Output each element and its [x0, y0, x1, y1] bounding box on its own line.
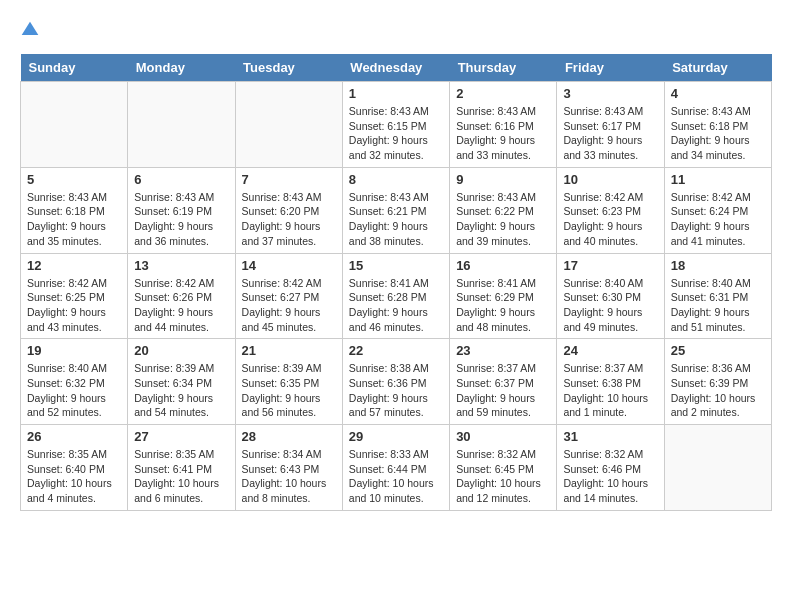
calendar-cell: 8Sunrise: 8:43 AM Sunset: 6:21 PM Daylig…: [342, 167, 449, 253]
calendar-cell: 6Sunrise: 8:43 AM Sunset: 6:19 PM Daylig…: [128, 167, 235, 253]
calendar-cell: 5Sunrise: 8:43 AM Sunset: 6:18 PM Daylig…: [21, 167, 128, 253]
calendar-cell: 21Sunrise: 8:39 AM Sunset: 6:35 PM Dayli…: [235, 339, 342, 425]
calendar: SundayMondayTuesdayWednesdayThursdayFrid…: [20, 54, 772, 511]
calendar-cell: 12Sunrise: 8:42 AM Sunset: 6:25 PM Dayli…: [21, 253, 128, 339]
week-row: 5Sunrise: 8:43 AM Sunset: 6:18 PM Daylig…: [21, 167, 772, 253]
day-info: Sunrise: 8:37 AM Sunset: 6:38 PM Dayligh…: [563, 361, 657, 420]
weekday-header: Friday: [557, 54, 664, 82]
day-number: 20: [134, 343, 228, 358]
weekday-header: Wednesday: [342, 54, 449, 82]
calendar-cell: 1Sunrise: 8:43 AM Sunset: 6:15 PM Daylig…: [342, 82, 449, 168]
day-number: 14: [242, 258, 336, 273]
day-info: Sunrise: 8:40 AM Sunset: 6:32 PM Dayligh…: [27, 361, 121, 420]
day-number: 3: [563, 86, 657, 101]
calendar-cell: 19Sunrise: 8:40 AM Sunset: 6:32 PM Dayli…: [21, 339, 128, 425]
logo: [20, 20, 44, 44]
day-info: Sunrise: 8:42 AM Sunset: 6:26 PM Dayligh…: [134, 276, 228, 335]
day-number: 15: [349, 258, 443, 273]
calendar-cell: 13Sunrise: 8:42 AM Sunset: 6:26 PM Dayli…: [128, 253, 235, 339]
day-info: Sunrise: 8:43 AM Sunset: 6:16 PM Dayligh…: [456, 104, 550, 163]
day-info: Sunrise: 8:41 AM Sunset: 6:29 PM Dayligh…: [456, 276, 550, 335]
calendar-cell: 24Sunrise: 8:37 AM Sunset: 6:38 PM Dayli…: [557, 339, 664, 425]
day-info: Sunrise: 8:39 AM Sunset: 6:34 PM Dayligh…: [134, 361, 228, 420]
day-number: 2: [456, 86, 550, 101]
day-number: 1: [349, 86, 443, 101]
day-info: Sunrise: 8:37 AM Sunset: 6:37 PM Dayligh…: [456, 361, 550, 420]
day-number: 10: [563, 172, 657, 187]
day-number: 28: [242, 429, 336, 444]
calendar-cell: 20Sunrise: 8:39 AM Sunset: 6:34 PM Dayli…: [128, 339, 235, 425]
day-info: Sunrise: 8:35 AM Sunset: 6:40 PM Dayligh…: [27, 447, 121, 506]
calendar-cell: 7Sunrise: 8:43 AM Sunset: 6:20 PM Daylig…: [235, 167, 342, 253]
calendar-cell: 15Sunrise: 8:41 AM Sunset: 6:28 PM Dayli…: [342, 253, 449, 339]
day-number: 7: [242, 172, 336, 187]
day-number: 29: [349, 429, 443, 444]
day-number: 21: [242, 343, 336, 358]
day-info: Sunrise: 8:35 AM Sunset: 6:41 PM Dayligh…: [134, 447, 228, 506]
day-info: Sunrise: 8:32 AM Sunset: 6:45 PM Dayligh…: [456, 447, 550, 506]
day-number: 22: [349, 343, 443, 358]
calendar-header: SundayMondayTuesdayWednesdayThursdayFrid…: [21, 54, 772, 82]
day-number: 9: [456, 172, 550, 187]
day-number: 31: [563, 429, 657, 444]
logo-icon: [20, 20, 40, 40]
calendar-cell: 28Sunrise: 8:34 AM Sunset: 6:43 PM Dayli…: [235, 425, 342, 511]
calendar-cell: 10Sunrise: 8:42 AM Sunset: 6:23 PM Dayli…: [557, 167, 664, 253]
day-number: 12: [27, 258, 121, 273]
day-number: 30: [456, 429, 550, 444]
svg-marker-0: [22, 22, 39, 35]
calendar-cell: 3Sunrise: 8:43 AM Sunset: 6:17 PM Daylig…: [557, 82, 664, 168]
calendar-cell: 11Sunrise: 8:42 AM Sunset: 6:24 PM Dayli…: [664, 167, 771, 253]
calendar-cell: 26Sunrise: 8:35 AM Sunset: 6:40 PM Dayli…: [21, 425, 128, 511]
calendar-cell: 30Sunrise: 8:32 AM Sunset: 6:45 PM Dayli…: [450, 425, 557, 511]
calendar-cell: 17Sunrise: 8:40 AM Sunset: 6:30 PM Dayli…: [557, 253, 664, 339]
day-number: 4: [671, 86, 765, 101]
weekday-header: Sunday: [21, 54, 128, 82]
day-info: Sunrise: 8:42 AM Sunset: 6:25 PM Dayligh…: [27, 276, 121, 335]
day-info: Sunrise: 8:43 AM Sunset: 6:18 PM Dayligh…: [671, 104, 765, 163]
day-info: Sunrise: 8:43 AM Sunset: 6:22 PM Dayligh…: [456, 190, 550, 249]
week-row: 26Sunrise: 8:35 AM Sunset: 6:40 PM Dayli…: [21, 425, 772, 511]
calendar-cell: [235, 82, 342, 168]
day-info: Sunrise: 8:43 AM Sunset: 6:21 PM Dayligh…: [349, 190, 443, 249]
day-number: 27: [134, 429, 228, 444]
calendar-cell: [664, 425, 771, 511]
calendar-cell: 18Sunrise: 8:40 AM Sunset: 6:31 PM Dayli…: [664, 253, 771, 339]
day-info: Sunrise: 8:42 AM Sunset: 6:23 PM Dayligh…: [563, 190, 657, 249]
day-info: Sunrise: 8:42 AM Sunset: 6:27 PM Dayligh…: [242, 276, 336, 335]
week-row: 19Sunrise: 8:40 AM Sunset: 6:32 PM Dayli…: [21, 339, 772, 425]
week-row: 12Sunrise: 8:42 AM Sunset: 6:25 PM Dayli…: [21, 253, 772, 339]
day-info: Sunrise: 8:38 AM Sunset: 6:36 PM Dayligh…: [349, 361, 443, 420]
day-info: Sunrise: 8:43 AM Sunset: 6:15 PM Dayligh…: [349, 104, 443, 163]
day-info: Sunrise: 8:43 AM Sunset: 6:18 PM Dayligh…: [27, 190, 121, 249]
day-info: Sunrise: 8:39 AM Sunset: 6:35 PM Dayligh…: [242, 361, 336, 420]
day-number: 26: [27, 429, 121, 444]
weekday-header: Thursday: [450, 54, 557, 82]
calendar-body: 1Sunrise: 8:43 AM Sunset: 6:15 PM Daylig…: [21, 82, 772, 511]
calendar-cell: 14Sunrise: 8:42 AM Sunset: 6:27 PM Dayli…: [235, 253, 342, 339]
day-number: 5: [27, 172, 121, 187]
weekday-header: Saturday: [664, 54, 771, 82]
day-info: Sunrise: 8:36 AM Sunset: 6:39 PM Dayligh…: [671, 361, 765, 420]
calendar-cell: [128, 82, 235, 168]
calendar-cell: [21, 82, 128, 168]
calendar-cell: 29Sunrise: 8:33 AM Sunset: 6:44 PM Dayli…: [342, 425, 449, 511]
calendar-cell: 31Sunrise: 8:32 AM Sunset: 6:46 PM Dayli…: [557, 425, 664, 511]
day-info: Sunrise: 8:41 AM Sunset: 6:28 PM Dayligh…: [349, 276, 443, 335]
day-info: Sunrise: 8:40 AM Sunset: 6:30 PM Dayligh…: [563, 276, 657, 335]
day-number: 19: [27, 343, 121, 358]
day-info: Sunrise: 8:43 AM Sunset: 6:19 PM Dayligh…: [134, 190, 228, 249]
day-info: Sunrise: 8:43 AM Sunset: 6:20 PM Dayligh…: [242, 190, 336, 249]
calendar-cell: 16Sunrise: 8:41 AM Sunset: 6:29 PM Dayli…: [450, 253, 557, 339]
day-number: 8: [349, 172, 443, 187]
day-number: 24: [563, 343, 657, 358]
calendar-cell: 9Sunrise: 8:43 AM Sunset: 6:22 PM Daylig…: [450, 167, 557, 253]
day-number: 23: [456, 343, 550, 358]
weekday-row: SundayMondayTuesdayWednesdayThursdayFrid…: [21, 54, 772, 82]
calendar-cell: 4Sunrise: 8:43 AM Sunset: 6:18 PM Daylig…: [664, 82, 771, 168]
calendar-cell: 27Sunrise: 8:35 AM Sunset: 6:41 PM Dayli…: [128, 425, 235, 511]
day-info: Sunrise: 8:40 AM Sunset: 6:31 PM Dayligh…: [671, 276, 765, 335]
calendar-cell: 2Sunrise: 8:43 AM Sunset: 6:16 PM Daylig…: [450, 82, 557, 168]
week-row: 1Sunrise: 8:43 AM Sunset: 6:15 PM Daylig…: [21, 82, 772, 168]
calendar-cell: 25Sunrise: 8:36 AM Sunset: 6:39 PM Dayli…: [664, 339, 771, 425]
